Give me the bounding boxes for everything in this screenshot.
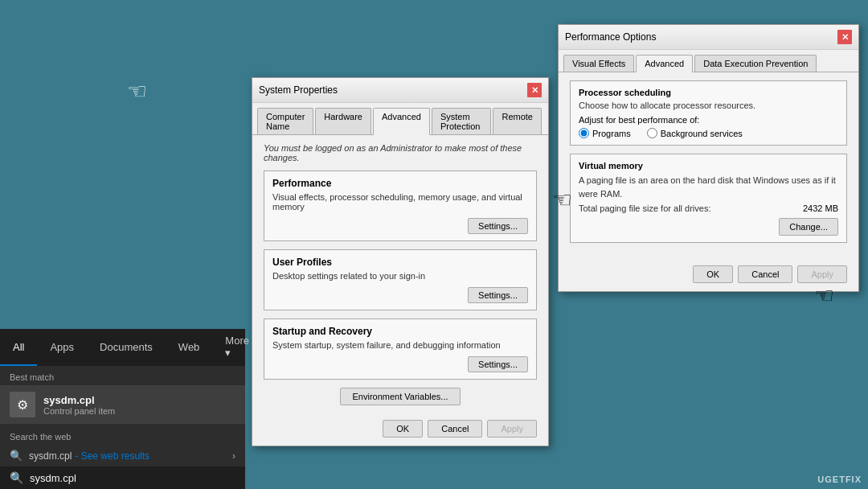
processor-scheduling-desc: Choose how to allocate processor resourc… [579,101,838,110]
system-properties-titlebar: System Properties ✕ [252,78,548,103]
vm-total-value: 2432 MB [803,203,838,213]
performance-options-dialog: Performance Options ✕ Visual Effects Adv… [558,24,859,292]
startup-recovery-title: Startup and Recovery [272,326,528,337]
performance-options-title: Performance Options [565,31,656,43]
tab-apps[interactable]: Apps [37,329,87,366]
system-properties-apply: Apply [487,420,537,438]
system-properties-body: You must be logged on as an Administrato… [252,135,548,413]
performance-options-body: Processor scheduling Choose how to alloc… [559,72,858,259]
performance-options-titlebar: Performance Options ✕ [559,25,858,50]
tab-remote[interactable]: Remote [493,108,542,134]
system-properties-title: System Properties [259,84,338,96]
startup-recovery-section: Startup and Recovery System startup, sys… [264,318,537,380]
performance-options-apply: Apply [797,265,847,283]
tab-all[interactable]: All [0,329,37,366]
performance-settings-button[interactable]: Settings... [468,218,528,234]
performance-title: Performance [272,178,528,189]
background-option[interactable]: Background services [647,128,743,138]
system-properties-close[interactable]: ✕ [527,83,542,97]
programs-radio[interactable] [579,128,589,138]
background-label: Background services [661,129,743,138]
performance-options-tabs: Visual Effects Advanced Data Execution P… [559,50,858,72]
search-panel: All Apps Documents Web More ▾ Best match… [0,329,245,489]
tab-dep[interactable]: Data Execution Prevention [694,55,817,72]
radio-row: Programs Background services [579,128,838,138]
tab-computer-name[interactable]: Computer Name [257,108,313,134]
virtual-memory-group: Virtual memory A paging file is an area … [570,154,847,243]
search-result-info: sysdm.cpl Control panel item [43,394,115,416]
search-icon: 🔍 [10,450,23,462]
search-result-sysdm[interactable]: ⚙ sysdm.cpl Control panel item [0,385,245,424]
tab-documents[interactable]: Documents [87,329,166,366]
search-tabs: All Apps Documents Web More ▾ [0,329,245,366]
background-radio[interactable] [647,128,657,138]
search-web-label: Search the web [0,424,245,445]
environment-variables-button[interactable]: Environment Variables... [340,388,460,405]
system-properties-footer: OK Cancel Apply [252,413,548,446]
cursor-hand-1: ☜ [127,80,147,103]
processor-scheduling-group: Processor scheduling Choose how to alloc… [570,80,847,146]
programs-label: Programs [592,129,631,138]
search-bar-icon: 🔍 [10,471,23,484]
performance-options-cancel[interactable]: Cancel [738,265,792,283]
web-query: sysdm.cpl [29,450,72,462]
tab-advanced[interactable]: Advanced [373,108,430,135]
programs-option[interactable]: Programs [579,128,631,138]
startup-recovery-desc: System startup, system failure, and debu… [272,340,528,350]
virtual-memory-desc: A paging file is an area on the hard dis… [579,174,838,200]
tab-web[interactable]: Web [166,329,213,366]
see-web-link: - See web results [75,450,149,462]
processor-scheduling-title: Processor scheduling [579,88,838,97]
search-web-item[interactable]: 🔍 sysdm.cpl - See web results › [0,445,245,466]
startup-recovery-settings-button[interactable]: Settings... [468,356,528,372]
system-properties-tabs: Computer Name Hardware Advanced System P… [252,103,548,135]
system-properties-ok[interactable]: OK [383,420,423,438]
vm-total-row: Total paging file size for all drives: 2… [579,203,838,213]
performance-section: Performance Visual effects, processor sc… [264,171,537,241]
search-result-title: sysdm.cpl [43,394,115,406]
search-input[interactable] [30,472,235,484]
user-profiles-section: User Profiles Desktop settings related t… [264,249,537,310]
system-properties-dialog: System Properties ✕ Computer Name Hardwa… [252,77,549,446]
user-profiles-settings-button[interactable]: Settings... [468,287,528,303]
system-properties-cancel[interactable]: Cancel [428,420,482,438]
chevron-right-icon: › [232,450,235,462]
adjust-label: Adjust for best performance of: [579,115,838,125]
performance-options-footer: OK Cancel Apply [559,259,858,291]
search-result-subtitle: Control panel item [43,406,115,416]
tab-system-protection[interactable]: System Protection [432,108,492,134]
admin-note: You must be logged on as an Administrato… [264,143,537,162]
sysdm-icon: ⚙ [10,392,35,417]
vm-total-label: Total paging file size for all drives: [579,203,710,213]
best-match-label: Best match [0,366,245,385]
performance-desc: Visual effects, processor scheduling, me… [272,192,528,212]
tab-visual-effects[interactable]: Visual Effects [563,55,634,72]
watermark: UGETFIX [817,475,862,484]
performance-options-close[interactable]: ✕ [837,30,852,44]
performance-options-ok[interactable]: OK [693,265,733,283]
tab-advanced-perf[interactable]: Advanced [636,55,693,72]
virtual-memory-title: Virtual memory [579,161,838,171]
user-profiles-title: User Profiles [272,257,528,268]
search-bar-bottom: 🔍 [0,466,245,489]
user-profiles-desc: Desktop settings related to your sign-in [272,271,528,281]
vm-change-button[interactable]: Change... [779,218,838,236]
tab-hardware[interactable]: Hardware [315,108,371,134]
